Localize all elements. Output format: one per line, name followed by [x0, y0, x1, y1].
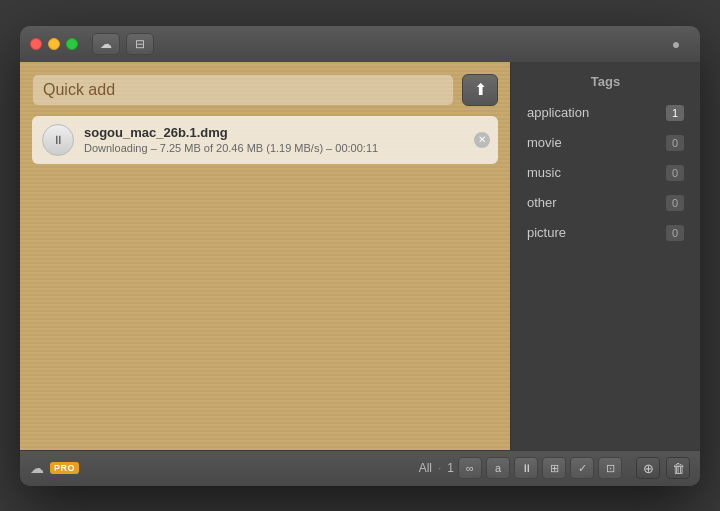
expand-icon: ⊡ [606, 462, 615, 475]
download-filename: sogou_mac_26b.1.dmg [84, 125, 488, 140]
text-icon: a [495, 462, 501, 474]
check-icon: ✓ [578, 462, 587, 475]
add-icon: ⊕ [643, 461, 654, 476]
pause-button[interactable]: ⏸ [42, 124, 74, 156]
tag-application[interactable]: application 1 [519, 101, 692, 125]
pro-badge: PRO [50, 462, 79, 474]
cancel-icon: ✕ [478, 135, 486, 145]
grid-button[interactable]: ⊞ [542, 457, 566, 479]
tag-other-count: 0 [666, 195, 684, 211]
count-label: 1 [447, 461, 454, 475]
pause-all-button[interactable]: ⏸ [514, 457, 538, 479]
monitor-icon: ⊟ [135, 37, 145, 51]
loop-icon: ∞ [466, 462, 474, 474]
search-button[interactable]: ● [662, 33, 690, 55]
grid-icon: ⊞ [550, 462, 559, 475]
right-panel: Tags application 1 movie 0 music 0 other… [510, 62, 700, 450]
close-button[interactable] [30, 38, 42, 50]
tag-application-label: application [527, 105, 660, 120]
bottom-controls: All · 1 ∞ a ⏸ ⊞ ✓ ⊡ [419, 457, 622, 479]
quick-add-input[interactable] [32, 74, 454, 106]
check-button[interactable]: ✓ [570, 457, 594, 479]
tag-other-label: other [527, 195, 660, 210]
download-info: sogou_mac_26b.1.dmg Downloading – 7.25 M… [84, 125, 488, 154]
app-window: ☁ ⊟ ● ⬆ ⏸ [20, 26, 700, 486]
tag-picture-label: picture [527, 225, 660, 240]
tags-title: Tags [519, 70, 692, 95]
download-item: ⏸ sogou_mac_26b.1.dmg Downloading – 7.25… [32, 116, 498, 164]
tag-music-label: music [527, 165, 660, 180]
text-button[interactable]: a [486, 457, 510, 479]
maximize-button[interactable] [66, 38, 78, 50]
pause-icon: ⏸ [52, 133, 64, 147]
trash-button[interactable]: 🗑 [666, 457, 690, 479]
cloud-titlebar-button[interactable]: ☁ [92, 33, 120, 55]
titlebar: ☁ ⊟ ● [20, 26, 700, 62]
main-area: ⬆ ⏸ sogou_mac_26b.1.dmg Downloading – 7.… [20, 62, 700, 450]
tag-other[interactable]: other 0 [519, 191, 692, 215]
tag-picture-count: 0 [666, 225, 684, 241]
left-panel: ⬆ ⏸ sogou_mac_26b.1.dmg Downloading – 7.… [20, 62, 510, 450]
quick-add-bar: ⬆ [32, 74, 498, 106]
cloud-icon: ☁ [100, 37, 112, 51]
tag-movie-label: movie [527, 135, 660, 150]
cloud-status-icon: ☁ [30, 460, 44, 476]
tag-movie-count: 0 [666, 135, 684, 151]
monitor-titlebar-button[interactable]: ⊟ [126, 33, 154, 55]
loop-button[interactable]: ∞ [458, 457, 482, 479]
pause-all-icon: ⏸ [521, 462, 532, 474]
tag-movie[interactable]: movie 0 [519, 131, 692, 155]
search-icon: ● [672, 36, 680, 52]
minimize-button[interactable] [48, 38, 60, 50]
cancel-download-button[interactable]: ✕ [474, 132, 490, 148]
upload-button[interactable]: ⬆ [462, 74, 498, 106]
titlebar-icons: ☁ ⊟ [92, 33, 154, 55]
add-button[interactable]: ⊕ [636, 457, 660, 479]
upload-icon: ⬆ [474, 80, 487, 99]
expand-button[interactable]: ⊡ [598, 457, 622, 479]
tag-application-count: 1 [666, 105, 684, 121]
all-label: All [419, 461, 432, 475]
tag-picture[interactable]: picture 0 [519, 221, 692, 245]
tag-music-count: 0 [666, 165, 684, 181]
download-status: Downloading – 7.25 MB of 20.46 MB (1.19 … [84, 142, 488, 154]
trash-icon: 🗑 [672, 461, 685, 476]
separator: · [438, 461, 441, 475]
tag-music[interactable]: music 0 [519, 161, 692, 185]
bottom-bar: ☁ PRO All · 1 ∞ a ⏸ ⊞ ✓ ⊡ [20, 450, 700, 486]
right-bottom-controls: ⊕ 🗑 [636, 457, 690, 479]
